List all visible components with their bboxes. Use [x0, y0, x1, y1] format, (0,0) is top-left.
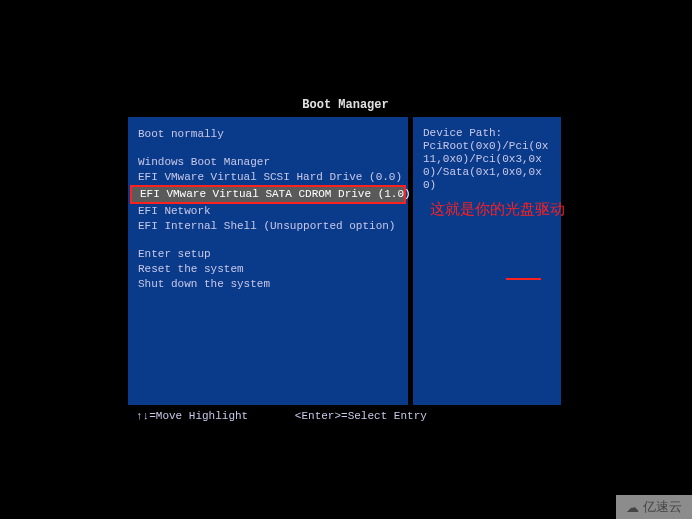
device-info-panel: Device Path: PciRoot(0x0)/Pci(0x11,0x0)/…	[413, 117, 561, 405]
cloud-icon: ☁	[626, 500, 639, 515]
watermark-text: 亿速云	[643, 498, 682, 516]
footer-hints: ↑↓=Move Highlight <Enter>=Select Entry	[128, 410, 563, 422]
menu-item-boot-normally[interactable]: Boot normally	[138, 127, 398, 142]
menu-item-efi-sata-cdrom[interactable]: EFI VMware Virtual SATA CDROM Drive (1.0…	[130, 185, 406, 204]
menu-item-windows-boot-manager[interactable]: Windows Boot Manager	[138, 155, 398, 170]
menu-gap	[138, 142, 398, 155]
menu-item-efi-internal-shell[interactable]: EFI Internal Shell (Unsupported option)	[138, 219, 398, 234]
hint-move-highlight: ↑↓=Move Highlight	[136, 410, 248, 422]
page-title: Boot Manager	[128, 98, 563, 112]
device-path-value: PciRoot(0x0)/Pci(0x11,0x0)/Pci(0x3,0x0)/…	[423, 140, 551, 192]
annotation-connector-line	[506, 278, 541, 280]
menu-item-shutdown[interactable]: Shut down the system	[138, 277, 398, 292]
hint-select-entry: <Enter>=Select Entry	[295, 410, 427, 422]
menu-item-efi-network[interactable]: EFI Network	[138, 204, 398, 219]
boot-body: Boot normally Windows Boot Manager EFI V…	[128, 117, 563, 405]
menu-gap	[138, 234, 398, 247]
menu-item-efi-scsi-hd[interactable]: EFI VMware Virtual SCSI Hard Drive (0.0)	[138, 170, 398, 185]
menu-item-reset-system[interactable]: Reset the system	[138, 262, 398, 277]
boot-menu-panel: Boot normally Windows Boot Manager EFI V…	[128, 117, 408, 405]
cdrom-annotation-text: 这就是你的光盘驱动	[430, 200, 565, 219]
menu-item-enter-setup[interactable]: Enter setup	[138, 247, 398, 262]
boot-manager-screen: Boot Manager Boot normally Windows Boot …	[128, 98, 563, 422]
device-path-label: Device Path:	[423, 127, 551, 140]
watermark: ☁ 亿速云	[616, 495, 692, 519]
